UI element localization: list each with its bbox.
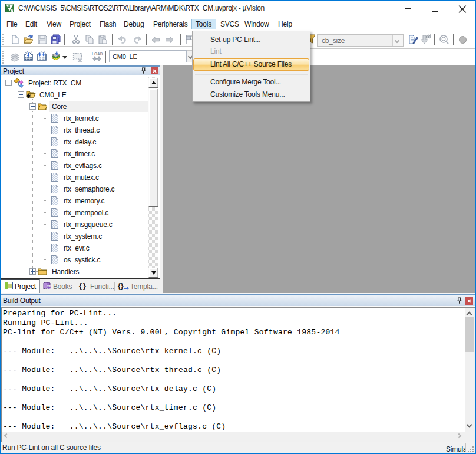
svg-text:LOAD: LOAD <box>92 52 103 56</box>
svg-text:?: ? <box>48 285 50 289</box>
